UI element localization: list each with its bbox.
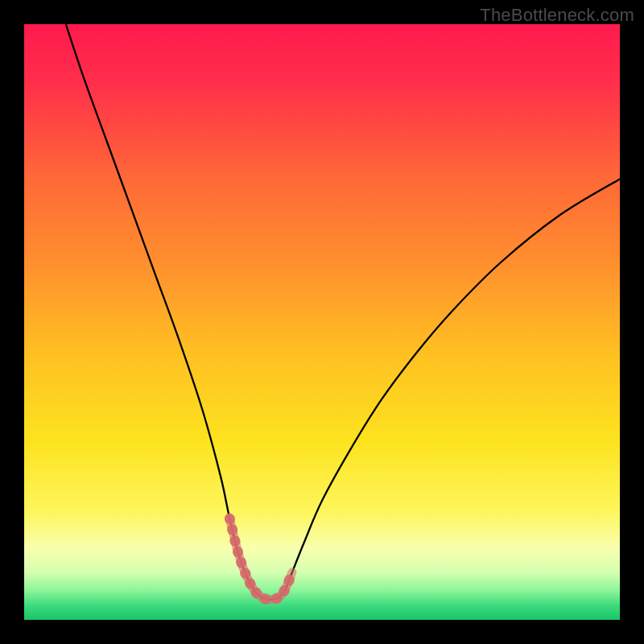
optimal-zone bbox=[229, 518, 292, 600]
watermark-text: TheBottleneck.com bbox=[480, 5, 634, 26]
curve-layer bbox=[24, 24, 620, 620]
chart-frame: TheBottleneck.com bbox=[0, 0, 644, 644]
bottleneck-curve bbox=[66, 24, 620, 600]
plot-area bbox=[24, 24, 620, 620]
